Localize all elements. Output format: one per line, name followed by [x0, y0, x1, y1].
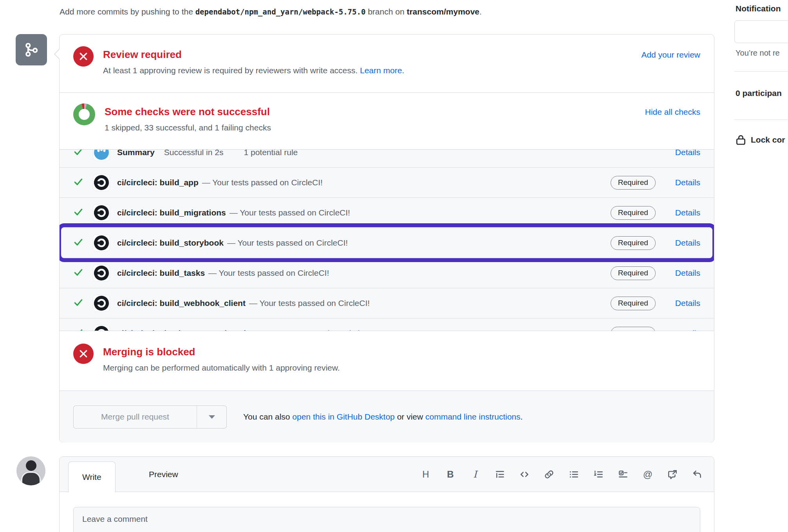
circleci-logo-icon: [93, 264, 110, 282]
sidebar-divider: [734, 71, 788, 72]
chevron-down-icon: [209, 415, 215, 419]
participants-count: 0 participan: [736, 89, 782, 98]
check-name: ci/circleci: build_migrations: [117, 208, 226, 217]
circleci-logo-icon: [93, 325, 110, 331]
notifications-status-text: You’re not re: [736, 49, 780, 58]
quote-icon[interactable]: [494, 469, 506, 480]
tab-preview[interactable]: Preview: [135, 457, 192, 492]
link-icon[interactable]: [543, 469, 555, 480]
required-badge: Required: [611, 297, 656, 310]
branch-name: dependabot/npm_and_yarn/webpack-5.75.0: [195, 7, 366, 16]
merging-blocked-desc: Merging can be performed automatically w…: [103, 363, 340, 373]
details-link[interactable]: Details: [675, 178, 700, 187]
repo-name: transcom/mymove: [407, 7, 479, 16]
hide-all-checks-link[interactable]: Hide all checks: [645, 107, 700, 117]
merging-blocked-title: Merging is blocked: [103, 346, 340, 358]
check-name: ci/circleci: build_webhook_client: [117, 299, 246, 308]
check-desc: — Your tests passed on CircleCI!: [249, 299, 370, 308]
check-desc: — Your tests passed on CircleCI!: [208, 268, 329, 278]
code-icon[interactable]: [519, 469, 530, 480]
review-required-section: Review required At least 1 approving rev…: [60, 34, 714, 92]
checks-donut-chart: [73, 103, 95, 125]
merging-blocked-section: Merging is blocked Merging can be perfor…: [60, 331, 714, 391]
details-link[interactable]: Details: [675, 208, 700, 217]
comment-input[interactable]: [73, 507, 700, 532]
check-note: 1 potential rule: [244, 149, 298, 157]
push-line-middle: branch on: [365, 7, 407, 16]
merge-pull-request-button[interactable]: Merge pull request: [73, 405, 197, 429]
github-pr-merge-box-page: { "colors": { "danger_red": "#cf222e", "…: [0, 0, 788, 532]
comment-composer: Write Preview H B I @: [59, 456, 714, 532]
circleci-logo-icon: [93, 295, 110, 312]
check-success-icon: [73, 328, 83, 331]
x-circle-icon: [73, 46, 94, 67]
details-link[interactable]: Details: [675, 299, 700, 308]
details-link[interactable]: Details: [675, 329, 700, 331]
check-row-build-app: ci/circleci: build_app — Your tests pass…: [60, 168, 714, 198]
notifications-customize-button[interactable]: [734, 20, 788, 43]
check-success-icon: [73, 207, 83, 219]
sidebar-divider: [734, 119, 788, 120]
markdown-toolbar: H B I @: [420, 457, 703, 492]
heading-icon[interactable]: H: [420, 469, 432, 480]
git-merge-icon: [16, 34, 47, 65]
cross-reference-icon[interactable]: [667, 469, 678, 480]
lock-icon: [736, 134, 746, 146]
unordered-list-icon[interactable]: [568, 469, 580, 480]
lock-conversation-label: Lock cor: [751, 135, 785, 145]
review-required-desc: At least 1 approving review is required …: [103, 66, 404, 75]
push-line-prefix: Add more commits by pushing to the: [60, 7, 195, 16]
tab-write[interactable]: Write: [68, 461, 116, 492]
merge-button-group: Merge pull request: [73, 405, 227, 429]
check-row-build-tasks: ci/circleci: build_tasks — Your tests pa…: [60, 258, 714, 288]
check-name: ci/circleci: check_generated_code: [117, 329, 251, 331]
check-success-icon: [73, 177, 83, 188]
check-desc: — Your tests passed on CircleCI!: [227, 238, 348, 248]
required-badge: Required: [611, 327, 656, 331]
avatar: [16, 456, 45, 485]
check-name: ci/circleci: build_app: [117, 178, 199, 187]
check-name: Summary: [117, 149, 155, 157]
check-row-check-generated-code: ci/circleci: check_generated_code — Your…: [60, 318, 714, 331]
bold-icon[interactable]: B: [445, 469, 456, 480]
github-desktop-link[interactable]: open this in GitHub Desktop: [292, 412, 394, 421]
required-badge: Required: [611, 266, 656, 280]
check-status: Successful in 2s: [164, 149, 224, 157]
check-desc: — Your tests passed on CircleCI!: [254, 329, 375, 331]
command-line-instructions-link[interactable]: command line instructions: [425, 412, 521, 421]
summary-app-avatar: [93, 149, 110, 161]
mention-icon[interactable]: @: [642, 469, 654, 480]
check-row-summary: Summary Successful in 2s 1 potential rul…: [60, 149, 714, 168]
checks-list: Summary Successful in 2s 1 potential rul…: [60, 149, 714, 331]
check-success-icon: [73, 297, 83, 309]
merge-alternatives-text: You can also open this in GitHub Desktop…: [243, 412, 523, 422]
circleci-logo-icon: [93, 234, 110, 252]
check-success-icon: [73, 267, 83, 279]
task-list-icon[interactable]: [617, 469, 629, 480]
reply-icon[interactable]: [691, 469, 703, 480]
check-row-build-migrations: ci/circleci: build_migrations — Your tes…: [60, 198, 714, 228]
learn-more-link[interactable]: Learn more.: [360, 66, 404, 75]
italic-icon[interactable]: I: [469, 469, 481, 480]
circleci-logo-icon: [93, 204, 110, 221]
check-row-build-storybook: ci/circleci: build_storybook — Your test…: [60, 228, 714, 258]
merge-status-panel: Review required At least 1 approving rev…: [59, 34, 714, 443]
required-badge: Required: [611, 236, 656, 250]
check-success-icon: [73, 237, 83, 249]
check-success-icon: [73, 149, 83, 158]
check-row-build-webhook-client: ci/circleci: build_webhook_client — Your…: [60, 288, 714, 318]
add-your-review-link[interactable]: Add your review: [641, 50, 700, 60]
merge-options-dropdown-button[interactable]: [197, 405, 227, 429]
notifications-heading: Notification: [736, 4, 781, 13]
merge-actions-footer: Merge pull request You can also open thi…: [60, 391, 714, 443]
details-link[interactable]: Details: [675, 268, 700, 278]
checks-summary-section: Some checks were not successful 1 skippe…: [60, 92, 714, 149]
check-desc: — Your tests passed on CircleCI!: [202, 178, 323, 187]
lock-conversation-item[interactable]: Lock cor: [736, 134, 785, 146]
ordered-list-icon[interactable]: [593, 469, 604, 480]
details-link[interactable]: Details: [675, 238, 700, 248]
required-badge: Required: [611, 176, 656, 190]
details-link[interactable]: Details: [675, 149, 700, 157]
circleci-logo-icon: [93, 174, 110, 191]
check-desc: — Your tests passed on CircleCI!: [230, 208, 350, 217]
